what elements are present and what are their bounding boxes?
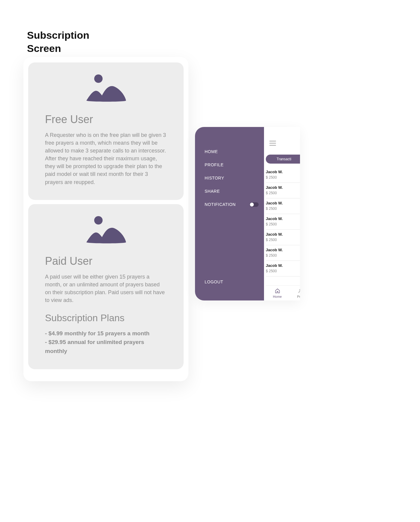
row-amount: $ 2500 — [266, 269, 300, 273]
drawer-item-profile[interactable]: PROFILE — [205, 158, 264, 171]
paid-user-card: Paid User A paid user will be either giv… — [28, 204, 184, 370]
nav-drawer: HOME PROFILE HISTORY SHARE NOTIFICATION … — [195, 127, 264, 300]
row-amount: $ 2500 — [266, 175, 300, 180]
page-title: Subscription Screen — [27, 29, 89, 55]
row-amount: $ 2500 — [266, 253, 300, 258]
svg-point-0 — [94, 74, 103, 83]
subscription-plans-list: - $4.99 monthly for 15 prayers a month -… — [45, 329, 167, 355]
free-user-card: Free User A Requester who is on the free… — [28, 62, 184, 200]
list-item[interactable]: Jacob W. $ 2500 — [266, 230, 300, 245]
page-title-line2: Screen — [27, 42, 89, 55]
row-name: Jacob W. — [266, 248, 300, 252]
bottom-nav-profile[interactable]: Profi — [289, 286, 300, 300]
list-item[interactable]: Jacob W. $ 2500 — [266, 183, 300, 198]
row-name: Jacob W. — [266, 170, 300, 174]
row-name: Jacob W. — [266, 216, 300, 221]
drawer-item-history[interactable]: HISTORY — [205, 171, 264, 185]
svg-point-1 — [94, 216, 103, 225]
list-item[interactable]: Jacob W. $ 2500 — [266, 167, 300, 183]
free-user-body: A Requester who is on the free plan will… — [45, 131, 167, 186]
bottom-nav-label: Profi — [297, 295, 300, 298]
row-name: Jacob W. — [266, 263, 300, 268]
phone-history-mock: HOME PROFILE HISTORY SHARE NOTIFICATION … — [195, 127, 300, 300]
drawer-item-notification[interactable]: NOTIFICATION — [205, 198, 264, 211]
subscription-screen-card: Free User A Requester who is on the free… — [23, 57, 188, 381]
hamburger-icon[interactable] — [269, 141, 276, 146]
profile-icon — [298, 288, 300, 294]
drawer-item-label: PROFILE — [205, 162, 224, 167]
page-title-line1: Subscription — [27, 29, 89, 42]
paid-user-body: A paid user will be either given 15 pray… — [45, 273, 167, 304]
drawer-item-share[interactable]: SHARE — [205, 185, 264, 198]
subscription-plans-heading: Subscription Plans — [45, 312, 167, 324]
tab-transactions[interactable]: Transacti — [266, 155, 300, 164]
notification-toggle[interactable] — [250, 202, 259, 207]
drawer-item-label: SHARE — [205, 189, 220, 194]
row-amount: $ 2500 — [266, 222, 300, 226]
content-panel: Transacti Jacob W. $ 2500 Jacob W. $ 250… — [264, 127, 300, 300]
row-amount: $ 2500 — [266, 191, 300, 195]
drawer-logout[interactable]: LOGOUT — [205, 275, 264, 288]
list-item[interactable]: Jacob W. $ 2500 — [266, 261, 300, 276]
list-item[interactable]: Jacob W. $ 2500 — [266, 198, 300, 214]
row-name: Jacob W. — [266, 201, 300, 205]
drawer-item-label: HISTORY — [205, 176, 224, 180]
row-amount: $ 2500 — [266, 238, 300, 242]
plan-bullet: - $4.99 monthly for 15 prayers a month — [45, 329, 167, 338]
free-user-heading: Free User — [45, 113, 167, 126]
svg-point-2 — [300, 289, 300, 291]
list-item[interactable]: Jacob W. $ 2500 — [266, 245, 300, 261]
bottom-nav: Home Profi — [266, 285, 300, 300]
home-icon — [275, 288, 280, 294]
bottom-nav-home[interactable]: Home — [266, 286, 289, 300]
tab-label: Transacti — [277, 157, 291, 161]
image-placeholder-icon — [45, 214, 167, 246]
bottom-nav-label: Home — [273, 295, 282, 298]
row-name: Jacob W. — [266, 232, 300, 237]
drawer-logout-label: LOGOUT — [205, 279, 223, 284]
list-item[interactable]: Jacob W. $ 2500 — [266, 214, 300, 230]
row-name: Jacob W. — [266, 185, 300, 190]
transaction-list: Jacob W. $ 2500 Jacob W. $ 2500 Jacob W.… — [266, 167, 300, 285]
row-amount: $ 2500 — [266, 207, 300, 211]
drawer-item-label: HOME — [205, 149, 218, 154]
drawer-item-label: NOTIFICATION — [205, 202, 236, 207]
image-placeholder-icon — [45, 72, 167, 105]
paid-user-heading: Paid User — [45, 255, 167, 267]
drawer-item-home[interactable]: HOME — [205, 145, 264, 158]
plan-bullet: - $29.95 annual for unlimited prayers mo… — [45, 338, 167, 355]
